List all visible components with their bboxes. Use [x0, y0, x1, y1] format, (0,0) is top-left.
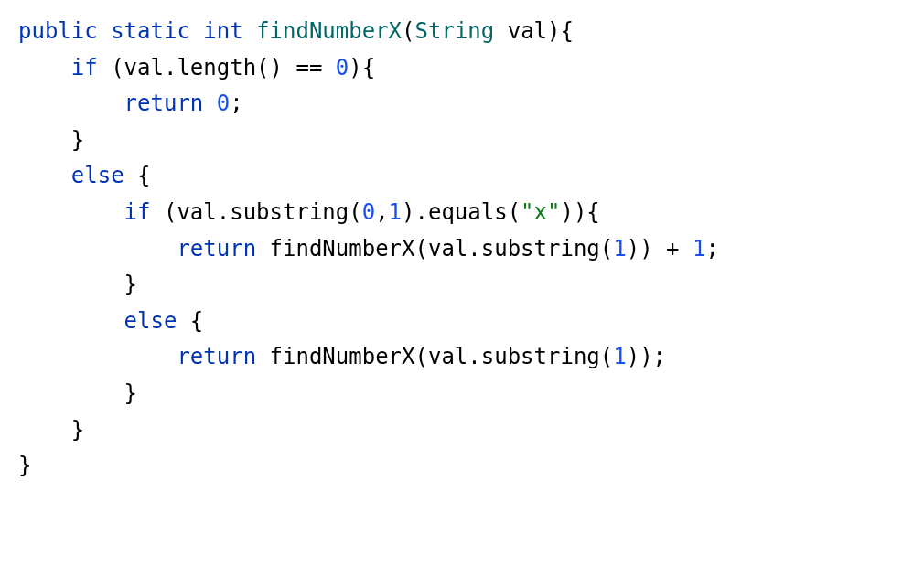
code-line-12: } [18, 412, 906, 449]
indent [18, 272, 124, 297]
indent [18, 236, 177, 261]
brace: { [177, 308, 203, 334]
comma: , [375, 199, 388, 225]
close: )) + [627, 236, 693, 261]
number-literal: 0 [362, 199, 375, 225]
brace: } [124, 272, 137, 297]
indent [18, 127, 71, 153]
param: val) [494, 18, 560, 44]
keyword-return: return [177, 344, 256, 369]
code-line-8: } [18, 267, 906, 304]
keyword-else: else [124, 308, 177, 334]
close: )); [627, 344, 666, 369]
code-line-9: else { [18, 304, 906, 340]
code-line-6: if (val.substring(0,1).equals("x")){ [18, 195, 906, 231]
brace: } [71, 127, 84, 153]
indent [18, 308, 124, 334]
number-literal: 1 [613, 344, 626, 369]
expr: ).equals( [402, 199, 521, 225]
indent [18, 344, 177, 369]
method-call: findNumberX(val.substring( [270, 236, 614, 261]
indent [18, 199, 124, 225]
keyword-if: if [124, 199, 151, 225]
code-line-4: } [18, 123, 906, 159]
method-call: findNumberX(val.substring( [270, 344, 614, 369]
code-line-10: return findNumberX(val.substring(1)); [18, 339, 906, 376]
code-line-5: else { [18, 158, 906, 195]
number-literal: 0 [336, 55, 349, 80]
space [256, 236, 269, 261]
code-line-1: public static int findNumberX(String val… [18, 14, 906, 50]
code-line-2: if (val.length() == 0){ [18, 50, 906, 87]
indent [18, 417, 71, 443]
code-line-7: return findNumberX(val.substring(1)) + 1… [18, 231, 906, 268]
type-string: String [415, 18, 495, 44]
brace: } [124, 380, 137, 406]
brace: } [18, 453, 31, 478]
method-name: findNumberX [256, 18, 402, 44]
brace: { [124, 163, 151, 188]
keyword-return: return [124, 91, 204, 116]
space [203, 91, 216, 116]
number-literal: 1 [693, 236, 705, 261]
code-line-13: } [18, 448, 906, 485]
indent [18, 163, 71, 188]
brace: { [560, 18, 573, 44]
number-literal: 1 [389, 199, 402, 225]
number-literal: 0 [217, 91, 230, 116]
expr: (val.substring( [151, 199, 362, 225]
keyword-else: else [71, 163, 124, 188]
keyword-int: int [203, 18, 242, 44]
semicolon: ; [230, 91, 242, 116]
code-line-11: } [18, 376, 906, 412]
paren: ( [402, 18, 414, 44]
string-literal: "x" [521, 199, 560, 225]
keyword-if: if [71, 55, 98, 80]
brace: } [71, 417, 84, 443]
close: )){ [560, 199, 599, 225]
indent [18, 91, 124, 116]
close: ){ [349, 55, 375, 80]
number-literal: 1 [613, 236, 626, 261]
indent [18, 380, 124, 406]
keyword-public: public [18, 18, 98, 44]
expr: (val.length() == [98, 55, 336, 80]
semicolon: ; [705, 236, 718, 261]
code-line-3: return 0; [18, 86, 906, 123]
indent [18, 55, 71, 80]
keyword-static: static [111, 18, 190, 44]
space [256, 344, 269, 369]
code-block: public static int findNumberX(String val… [18, 14, 906, 485]
keyword-return: return [177, 236, 256, 261]
